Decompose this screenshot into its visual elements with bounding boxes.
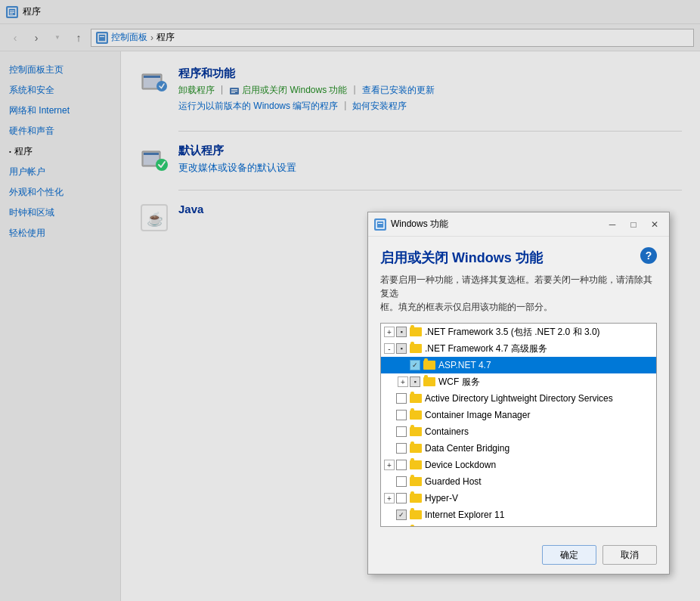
dialog-minimize-button[interactable]: ─ xyxy=(604,216,621,233)
ad-folder-icon xyxy=(410,394,422,403)
containers-checkbox[interactable] xyxy=(396,426,407,437)
feature-iis[interactable]: + ▪ Internet Information Services xyxy=(381,523,656,527)
dialog-description: 若要启用一种功能，请选择其复选框。若要关闭一种功能，请清除其复选框。填充的框表示… xyxy=(380,273,657,314)
feature-list[interactable]: + ▪ .NET Framework 3.5 (包括 .NET 2.0 和 3.… xyxy=(380,323,657,527)
feature-ie11[interactable]: ✓ Internet Explorer 11 xyxy=(381,507,656,523)
aspnet47-checkbox[interactable]: ✓ xyxy=(410,360,420,370)
containers-folder-icon xyxy=(410,427,422,436)
dialog-help-button[interactable]: ? xyxy=(640,247,657,264)
ad-label: Active Directory Lightweight Directory S… xyxy=(425,393,613,404)
net35-checkbox[interactable]: ▪ xyxy=(396,327,407,337)
hv-expand-btn[interactable]: + xyxy=(384,493,395,503)
net35-label: .NET Framework 3.5 (包括 .NET 2.0 和 3.0) xyxy=(425,326,600,339)
cim-label: Container Image Manager xyxy=(425,410,530,420)
ad-checkbox[interactable] xyxy=(396,393,407,404)
dialog-footer: 确定 取消 xyxy=(368,539,669,574)
feature-container-image[interactable]: Container Image Manager xyxy=(381,407,656,423)
net35-expand-btn[interactable]: + xyxy=(384,327,395,337)
iis-label: Internet Information Services xyxy=(425,526,540,527)
feature-active-directory[interactable]: Active Directory Lightweight Directory S… xyxy=(381,390,656,407)
wcf-expand-btn[interactable]: + xyxy=(398,376,408,387)
dcb-folder-icon xyxy=(410,444,422,453)
dl-expand-btn[interactable]: + xyxy=(384,460,395,470)
cim-folder-icon xyxy=(410,410,422,420)
feature-data-center[interactable]: Data Center Bridging xyxy=(381,440,656,457)
feature-net47[interactable]: - ▪ .NET Framework 4.7 高级服务 xyxy=(381,340,656,357)
dialog-maximize-button[interactable]: □ xyxy=(625,216,642,233)
dialog-title-icon xyxy=(374,218,386,231)
feature-hyper-v[interactable]: + Hyper-V xyxy=(381,490,656,507)
feature-net35[interactable]: + ▪ .NET Framework 3.5 (包括 .NET 2.0 和 3.… xyxy=(381,324,656,340)
feature-containers[interactable]: Containers xyxy=(381,423,656,440)
dl-folder-icon xyxy=(410,460,422,469)
net47-folder-icon xyxy=(410,344,422,353)
hv-folder-icon xyxy=(410,494,422,503)
feature-device-lockdown[interactable]: + Device Lockdown xyxy=(381,457,656,473)
gh-folder-icon xyxy=(410,477,422,486)
gh-checkbox[interactable] xyxy=(396,476,407,487)
dialog-close-button[interactable]: ✕ xyxy=(646,216,663,233)
aspnet47-folder-icon xyxy=(423,361,435,370)
net47-checkbox[interactable]: ▪ xyxy=(396,343,407,354)
feature-wcf[interactable]: + ▪ WCF 服务 xyxy=(381,373,656,390)
windows-features-dialog: Windows 功能 ─ □ ✕ 启用或关闭 Windows 功能 ? 若要启用… xyxy=(367,212,670,575)
dl-checkbox[interactable] xyxy=(396,460,407,470)
cim-checkbox[interactable] xyxy=(396,410,407,420)
feature-guarded-host[interactable]: Guarded Host xyxy=(381,473,656,490)
aspnet47-label: ASP.NET 4.7 xyxy=(438,360,491,370)
wcf-folder-icon xyxy=(423,377,435,386)
net47-expand-btn[interactable]: - xyxy=(384,343,395,354)
net47-label: .NET Framework 4.7 高级服务 xyxy=(425,342,547,355)
svg-rect-20 xyxy=(378,223,383,224)
ie-folder-icon xyxy=(410,510,422,519)
dialog-overlay: Windows 功能 ─ □ ✕ 启用或关闭 Windows 功能 ? 若要启用… xyxy=(0,0,700,601)
ie-checkbox[interactable]: ✓ xyxy=(396,510,407,520)
dialog-confirm-button[interactable]: 确定 xyxy=(542,545,596,565)
dcb-label: Data Center Bridging xyxy=(425,443,510,454)
dialog-title-bar: Windows 功能 ─ □ ✕ xyxy=(368,212,669,237)
feature-aspnet47[interactable]: ✓ ASP.NET 4.7 xyxy=(381,357,656,373)
iis-checkbox[interactable]: ▪ xyxy=(396,526,407,527)
hv-label: Hyper-V xyxy=(425,493,458,503)
ie-label: Internet Explorer 11 xyxy=(425,510,504,520)
wcf-label: WCF 服务 xyxy=(438,376,480,389)
dcb-checkbox[interactable] xyxy=(396,443,407,454)
net35-folder-icon xyxy=(410,327,422,336)
iis-expand-btn[interactable]: + xyxy=(384,526,395,527)
dialog-cancel-button[interactable]: 取消 xyxy=(602,545,657,565)
wcf-checkbox[interactable]: ▪ xyxy=(410,376,420,387)
svg-rect-19 xyxy=(376,221,384,228)
hv-checkbox[interactable] xyxy=(396,493,407,503)
dialog-title-text: Windows 功能 xyxy=(391,218,599,231)
containers-label: Containers xyxy=(425,426,469,437)
dl-label: Device Lockdown xyxy=(425,460,496,470)
gh-label: Guarded Host xyxy=(425,476,482,487)
dialog-body: 启用或关闭 Windows 功能 ? 若要启用一种功能，请选择其复选框。若要关闭… xyxy=(368,237,669,539)
dialog-main-title: 启用或关闭 Windows 功能 xyxy=(380,249,543,267)
